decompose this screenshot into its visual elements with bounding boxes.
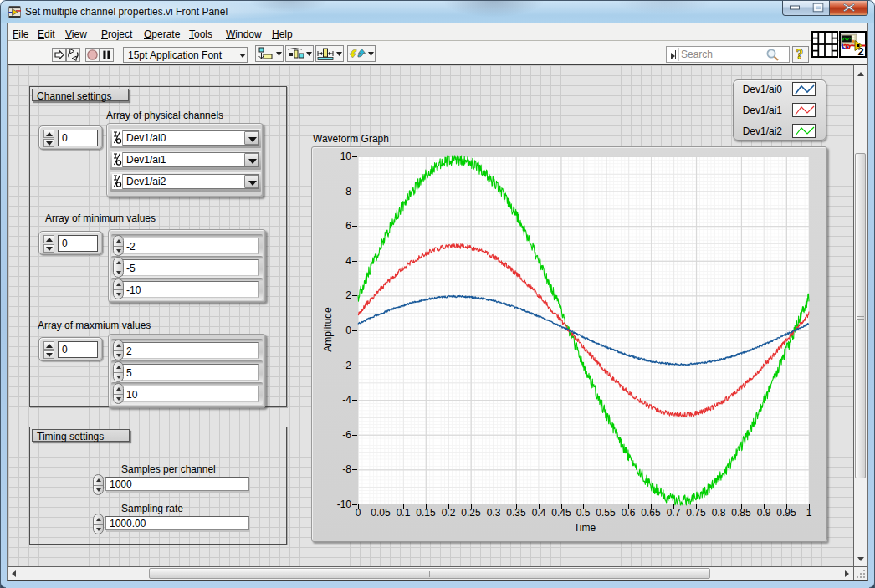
svg-text:?: ? bbox=[796, 47, 803, 61]
svg-text:2: 2 bbox=[858, 45, 864, 58]
